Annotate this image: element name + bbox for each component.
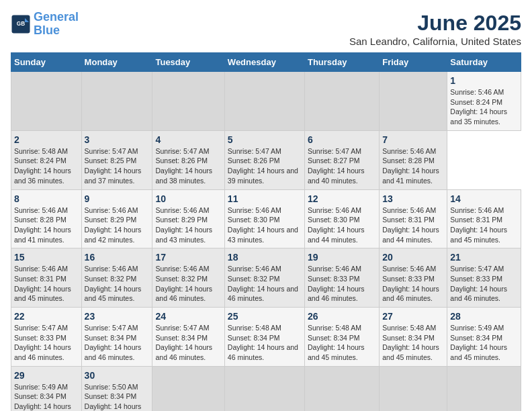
calendar-day bbox=[224, 366, 304, 411]
calendar-day: 15Sunrise: 5:46 AMSunset: 8:31 PMDayligh… bbox=[11, 248, 82, 308]
calendar-day: 10Sunrise: 5:46 AMSunset: 8:29 PMDayligh… bbox=[152, 189, 224, 248]
calendar-day bbox=[447, 366, 521, 411]
weekday-header: Saturday bbox=[447, 53, 521, 72]
day-number: 7 bbox=[382, 134, 444, 145]
day-info: Sunrise: 5:46 AMSunset: 8:32 PMDaylight:… bbox=[85, 264, 150, 304]
day-info: Sunrise: 5:46 AMSunset: 8:30 PMDaylight:… bbox=[308, 205, 376, 245]
empty-cell bbox=[152, 72, 224, 131]
calendar-day: 17Sunrise: 5:46 AMSunset: 8:32 PMDayligh… bbox=[152, 248, 224, 308]
calendar-day: 11Sunrise: 5:46 AMSunset: 8:30 PMDayligh… bbox=[224, 189, 304, 248]
day-number: 30 bbox=[85, 370, 150, 381]
day-info: Sunrise: 5:46 AMSunset: 8:30 PMDaylight:… bbox=[228, 205, 302, 245]
day-info: Sunrise: 5:47 AMSunset: 8:26 PMDaylight:… bbox=[155, 146, 221, 186]
day-info: Sunrise: 5:48 AMSunset: 8:24 PMDaylight:… bbox=[14, 146, 79, 186]
day-info: Sunrise: 5:46 AMSunset: 8:29 PMDaylight:… bbox=[155, 205, 221, 245]
subtitle: San Leandro, California, United States bbox=[349, 36, 521, 47]
calendar-day: 23Sunrise: 5:47 AMSunset: 8:34 PMDayligh… bbox=[81, 308, 152, 367]
day-number: 16 bbox=[85, 252, 150, 263]
calendar-day: 12Sunrise: 5:46 AMSunset: 8:30 PMDayligh… bbox=[304, 189, 379, 248]
empty-cell bbox=[380, 72, 447, 131]
calendar-day: 22Sunrise: 5:47 AMSunset: 8:33 PMDayligh… bbox=[11, 308, 82, 367]
calendar-day: 14Sunrise: 5:46 AMSunset: 8:31 PMDayligh… bbox=[447, 189, 521, 248]
empty-cell bbox=[224, 72, 304, 131]
calendar-day: 18Sunrise: 5:46 AMSunset: 8:32 PMDayligh… bbox=[224, 248, 304, 308]
day-info: Sunrise: 5:48 AMSunset: 8:34 PMDaylight:… bbox=[308, 323, 376, 363]
calendar-day: 8Sunrise: 5:46 AMSunset: 8:28 PMDaylight… bbox=[11, 189, 82, 248]
calendar-week-row: 2Sunrise: 5:48 AMSunset: 8:24 PMDaylight… bbox=[11, 130, 521, 189]
day-number: 6 bbox=[308, 134, 376, 145]
day-info: Sunrise: 5:47 AMSunset: 8:34 PMDaylight:… bbox=[155, 323, 221, 363]
day-number: 20 bbox=[382, 252, 444, 263]
day-number: 26 bbox=[308, 311, 376, 322]
calendar-week-row: 22Sunrise: 5:47 AMSunset: 8:33 PMDayligh… bbox=[11, 308, 521, 367]
day-info: Sunrise: 5:46 AMSunset: 8:29 PMDaylight:… bbox=[85, 205, 150, 245]
day-info: Sunrise: 5:47 AMSunset: 8:26 PMDaylight:… bbox=[228, 146, 302, 186]
day-number: 17 bbox=[155, 252, 221, 263]
day-info: Sunrise: 5:48 AMSunset: 8:34 PMDaylight:… bbox=[382, 323, 444, 363]
calendar-day: 4Sunrise: 5:47 AMSunset: 8:26 PMDaylight… bbox=[152, 130, 224, 189]
weekday-header: Tuesday bbox=[152, 53, 224, 72]
day-info: Sunrise: 5:46 AMSunset: 8:31 PMDaylight:… bbox=[450, 205, 518, 245]
logo: GB GeneralBlue bbox=[11, 11, 79, 38]
day-number: 21 bbox=[450, 252, 518, 263]
day-info: Sunrise: 5:46 AMSunset: 8:24 PMDaylight:… bbox=[450, 87, 518, 127]
main-title: June 2025 bbox=[349, 11, 521, 36]
day-info: Sunrise: 5:46 AMSunset: 8:28 PMDaylight:… bbox=[382, 146, 444, 186]
empty-cell bbox=[81, 72, 152, 131]
day-number: 15 bbox=[14, 252, 79, 263]
day-number: 8 bbox=[14, 193, 79, 204]
weekday-header: Wednesday bbox=[224, 53, 304, 72]
day-number: 28 bbox=[450, 311, 518, 322]
day-number: 4 bbox=[155, 134, 221, 145]
calendar-day bbox=[380, 366, 447, 411]
calendar-week-row: 1Sunrise: 5:46 AMSunset: 8:24 PMDaylight… bbox=[11, 72, 521, 131]
title-area: June 2025 San Leandro, California, Unite… bbox=[349, 11, 521, 47]
day-number: 25 bbox=[228, 311, 302, 322]
calendar-day: 29Sunrise: 5:49 AMSunset: 8:34 PMDayligh… bbox=[11, 366, 82, 411]
calendar-day bbox=[152, 366, 224, 411]
weekday-header: Friday bbox=[380, 53, 447, 72]
day-info: Sunrise: 5:47 AMSunset: 8:25 PMDaylight:… bbox=[85, 146, 150, 186]
day-info: Sunrise: 5:50 AMSunset: 8:34 PMDaylight:… bbox=[85, 382, 150, 411]
day-info: Sunrise: 5:47 AMSunset: 8:34 PMDaylight:… bbox=[85, 323, 150, 363]
day-number: 24 bbox=[155, 311, 221, 322]
day-number: 18 bbox=[228, 252, 302, 263]
calendar-day: 26Sunrise: 5:48 AMSunset: 8:34 PMDayligh… bbox=[304, 308, 379, 367]
calendar-day: 21Sunrise: 5:47 AMSunset: 8:33 PMDayligh… bbox=[447, 248, 521, 308]
day-info: Sunrise: 5:46 AMSunset: 8:33 PMDaylight:… bbox=[382, 264, 444, 304]
day-number: 23 bbox=[85, 311, 150, 322]
day-info: Sunrise: 5:47 AMSunset: 8:33 PMDaylight:… bbox=[14, 323, 79, 363]
empty-cell bbox=[304, 72, 379, 131]
day-number: 11 bbox=[228, 193, 302, 204]
calendar-day: 30Sunrise: 5:50 AMSunset: 8:34 PMDayligh… bbox=[81, 366, 152, 411]
day-info: Sunrise: 5:49 AMSunset: 8:34 PMDaylight:… bbox=[450, 323, 518, 363]
calendar-day: 25Sunrise: 5:48 AMSunset: 8:34 PMDayligh… bbox=[224, 308, 304, 367]
calendar-day: 27Sunrise: 5:48 AMSunset: 8:34 PMDayligh… bbox=[380, 308, 447, 367]
day-number: 13 bbox=[382, 193, 444, 204]
header: GB GeneralBlue June 2025 San Leandro, Ca… bbox=[11, 11, 521, 47]
weekday-header: Thursday bbox=[304, 53, 379, 72]
calendar-day: 16Sunrise: 5:46 AMSunset: 8:32 PMDayligh… bbox=[81, 248, 152, 308]
calendar-day: 6Sunrise: 5:47 AMSunset: 8:27 PMDaylight… bbox=[304, 130, 379, 189]
day-number: 29 bbox=[14, 370, 79, 381]
day-number: 2 bbox=[14, 134, 79, 145]
calendar-day bbox=[304, 366, 379, 411]
day-number: 14 bbox=[450, 193, 518, 204]
day-info: Sunrise: 5:46 AMSunset: 8:32 PMDaylight:… bbox=[228, 264, 302, 304]
logo-text: GeneralBlue bbox=[34, 11, 79, 38]
day-info: Sunrise: 5:46 AMSunset: 8:33 PMDaylight:… bbox=[308, 264, 376, 304]
day-number: 1 bbox=[450, 75, 518, 86]
day-number: 10 bbox=[155, 193, 221, 204]
calendar-day: 24Sunrise: 5:47 AMSunset: 8:34 PMDayligh… bbox=[152, 308, 224, 367]
calendar-week-row: 29Sunrise: 5:49 AMSunset: 8:34 PMDayligh… bbox=[11, 366, 521, 411]
day-number: 5 bbox=[228, 134, 302, 145]
calendar-day: 7Sunrise: 5:46 AMSunset: 8:28 PMDaylight… bbox=[380, 130, 447, 189]
logo-icon: GB bbox=[11, 14, 31, 34]
day-info: Sunrise: 5:49 AMSunset: 8:34 PMDaylight:… bbox=[14, 382, 79, 411]
calendar-day: 19Sunrise: 5:46 AMSunset: 8:33 PMDayligh… bbox=[304, 248, 379, 308]
day-number: 3 bbox=[85, 134, 150, 145]
empty-cell bbox=[11, 72, 82, 131]
weekday-header-row: SundayMondayTuesdayWednesdayThursdayFrid… bbox=[11, 53, 521, 72]
day-number: 27 bbox=[382, 311, 444, 322]
svg-text:GB: GB bbox=[17, 20, 25, 26]
